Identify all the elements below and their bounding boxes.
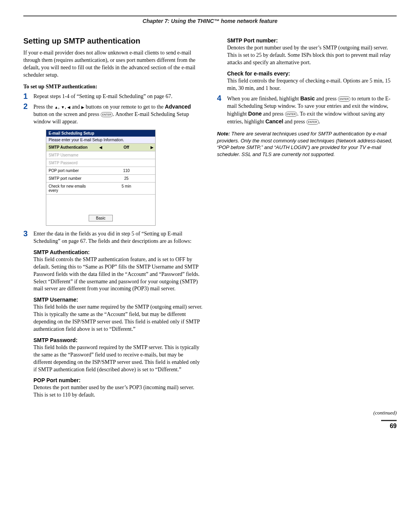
subhead-smtp-password: SMTP Password: [33,337,203,343]
subtext-smtp-port: Denotes the port number used by the user… [227,44,397,67]
label-check-every: Check for new emails every [46,183,98,194]
step-4-part-a: When you are finished, highlight [227,96,300,102]
row-smtp-password: SMTP Password [46,159,155,167]
row-smtp-authentication: SMTP Authentication Off [46,143,155,151]
note-paragraph: Note: There are several techniques used … [217,130,397,158]
step-2-part-b: buttons on your remote to get to the [84,104,165,110]
arrow-right-icon [150,145,154,149]
subhead-pop-port: POP Port number: [33,377,203,383]
note-text: There are several techniques used for SM… [217,131,392,157]
basic-label: Basic [300,95,315,102]
value-smtp-port: 25 [98,175,155,182]
step-2-text: Press the , , and buttons on your remote… [33,103,203,126]
step-2-part-c: button on the screen and press [33,111,101,117]
subhead-check-every: Check for e-mails every: [227,70,397,77]
step-1-text: Repeat steps 1-4 of “Setting up E-mail S… [33,93,203,100]
step-number-4: 4 [217,94,227,102]
intro-paragraph: If your e-mail provider does not allow u… [23,49,203,79]
arrow-left-icon [99,145,102,149]
step-4-part-d: and press [262,111,285,117]
enter-icon: ENTER [338,97,350,102]
section-heading: Setting up SMTP authentication [23,37,203,46]
chapter-title: Chapter 7: Using the THINC™ home network… [23,18,397,24]
value-smtp-password [98,159,155,167]
subtext-smtp-username: This field holds the user name required … [33,304,203,333]
subhead-smtp-username: SMTP Username: [33,297,203,303]
step-3-text: Enter the data in the fields as you did … [33,230,203,245]
label-pop-port: POP port number [46,167,98,174]
subhead-smtp-port: SMTP Port number: [227,37,397,44]
row-check-every: Check for new emails every 5 min [46,182,155,194]
subtext-check-every: This field controls the frequency of che… [227,77,397,92]
row-smtp-port: SMTP port number 25 [46,174,155,182]
arrow-down-icon [61,104,65,110]
subtext-smtp-password: This field holds the password required b… [33,344,203,374]
value-smtp-authentication: Off [98,144,155,151]
step-4-text: When you are finished, highlight Basic a… [227,95,397,126]
continued-label: (continued) [373,410,397,416]
subhead-smtp-auth: SMTP Authentication: [33,249,203,255]
label-smtp-authentication: SMTP Authentication [46,144,98,151]
sep2: and [70,104,81,110]
arrow-right-icon [81,104,84,110]
label-smtp-password: SMTP Password [46,159,98,167]
enter-icon: ENTER [101,112,113,117]
step-4-part-g: . [319,119,320,125]
procedure-title: To set up SMTP authentication: [23,84,203,90]
arrow-up-icon [54,104,58,110]
row-pop-port: POP port number 110 [46,167,155,174]
advanced-label: Advanced [165,104,191,110]
cancel-label: Cancel [265,118,283,125]
page-number: 69 [390,423,397,430]
row-smtp-username: SMTP Username [46,151,155,159]
window-title: E-mail Scheduling Setup [46,130,155,137]
sep: , [58,104,61,110]
step-4-part-f: and press [283,119,306,125]
email-scheduling-setup-window: E-mail Scheduling Setup Please enter you… [46,130,156,226]
value-pop-port: 110 [98,167,155,174]
done-label: Done [248,111,262,117]
step-2-part-a: Press the [33,104,54,110]
step-number-1: 1 [23,92,33,100]
label-smtp-port: SMTP port number [46,175,98,182]
step-4-part-b: and press [315,96,338,102]
step-number-3: 3 [23,230,33,237]
basic-button: Basic [89,215,113,221]
value-check-every: 5 min [98,183,155,194]
subtext-smtp-auth: This field controls the SMTP authenticat… [33,256,203,293]
step-number-2: 2 [23,102,33,110]
value-text: Off [124,145,129,149]
label-smtp-username: SMTP Username [46,151,98,159]
enter-icon: ENTER [285,112,298,117]
note-label: Note: [217,131,230,137]
window-subtitle: Please enter your E-mail Setup Informati… [46,137,155,143]
enter-icon: ENTER [306,119,319,125]
subtext-pop-port: Denotes the port number used by the user… [33,384,203,399]
value-smtp-username [98,151,155,159]
